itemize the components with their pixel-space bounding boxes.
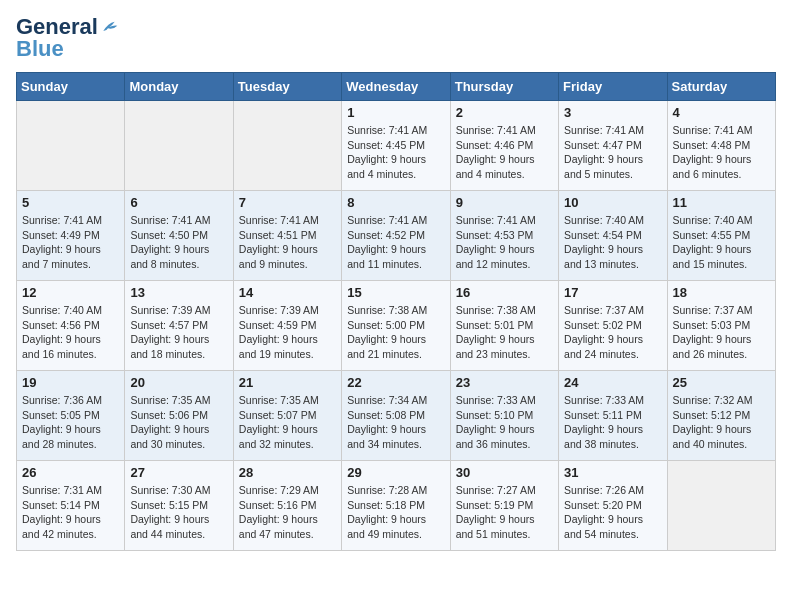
day-number: 17 [564, 285, 661, 300]
day-number: 15 [347, 285, 444, 300]
calendar-week-3: 12Sunrise: 7:40 AM Sunset: 4:56 PM Dayli… [17, 281, 776, 371]
day-detail: Sunrise: 7:36 AM Sunset: 5:05 PM Dayligh… [22, 393, 119, 452]
calendar-cell: 10Sunrise: 7:40 AM Sunset: 4:54 PM Dayli… [559, 191, 667, 281]
calendar-cell: 27Sunrise: 7:30 AM Sunset: 5:15 PM Dayli… [125, 461, 233, 551]
day-detail: Sunrise: 7:41 AM Sunset: 4:50 PM Dayligh… [130, 213, 227, 272]
day-detail: Sunrise: 7:35 AM Sunset: 5:06 PM Dayligh… [130, 393, 227, 452]
day-number: 24 [564, 375, 661, 390]
day-detail: Sunrise: 7:38 AM Sunset: 5:01 PM Dayligh… [456, 303, 553, 362]
day-number: 31 [564, 465, 661, 480]
column-header-thursday: Thursday [450, 73, 558, 101]
calendar-cell: 15Sunrise: 7:38 AM Sunset: 5:00 PM Dayli… [342, 281, 450, 371]
day-number: 3 [564, 105, 661, 120]
day-number: 23 [456, 375, 553, 390]
day-detail: Sunrise: 7:30 AM Sunset: 5:15 PM Dayligh… [130, 483, 227, 542]
calendar-cell: 9Sunrise: 7:41 AM Sunset: 4:53 PM Daylig… [450, 191, 558, 281]
day-detail: Sunrise: 7:41 AM Sunset: 4:46 PM Dayligh… [456, 123, 553, 182]
day-number: 19 [22, 375, 119, 390]
day-detail: Sunrise: 7:26 AM Sunset: 5:20 PM Dayligh… [564, 483, 661, 542]
day-number: 18 [673, 285, 770, 300]
calendar-cell: 22Sunrise: 7:34 AM Sunset: 5:08 PM Dayli… [342, 371, 450, 461]
calendar-cell: 1Sunrise: 7:41 AM Sunset: 4:45 PM Daylig… [342, 101, 450, 191]
calendar-cell [667, 461, 775, 551]
page-header: General Blue [16, 16, 776, 60]
day-detail: Sunrise: 7:40 AM Sunset: 4:54 PM Dayligh… [564, 213, 661, 272]
calendar-cell: 24Sunrise: 7:33 AM Sunset: 5:11 PM Dayli… [559, 371, 667, 461]
calendar-cell: 8Sunrise: 7:41 AM Sunset: 4:52 PM Daylig… [342, 191, 450, 281]
day-number: 13 [130, 285, 227, 300]
calendar-cell: 4Sunrise: 7:41 AM Sunset: 4:48 PM Daylig… [667, 101, 775, 191]
day-detail: Sunrise: 7:41 AM Sunset: 4:45 PM Dayligh… [347, 123, 444, 182]
day-number: 7 [239, 195, 336, 210]
day-number: 2 [456, 105, 553, 120]
day-number: 4 [673, 105, 770, 120]
day-detail: Sunrise: 7:32 AM Sunset: 5:12 PM Dayligh… [673, 393, 770, 452]
calendar-cell: 5Sunrise: 7:41 AM Sunset: 4:49 PM Daylig… [17, 191, 125, 281]
day-number: 29 [347, 465, 444, 480]
calendar-cell: 3Sunrise: 7:41 AM Sunset: 4:47 PM Daylig… [559, 101, 667, 191]
calendar-cell [17, 101, 125, 191]
day-number: 20 [130, 375, 227, 390]
calendar-table: SundayMondayTuesdayWednesdayThursdayFrid… [16, 72, 776, 551]
calendar-cell: 11Sunrise: 7:40 AM Sunset: 4:55 PM Dayli… [667, 191, 775, 281]
day-number: 27 [130, 465, 227, 480]
day-detail: Sunrise: 7:38 AM Sunset: 5:00 PM Dayligh… [347, 303, 444, 362]
calendar-cell: 18Sunrise: 7:37 AM Sunset: 5:03 PM Dayli… [667, 281, 775, 371]
day-detail: Sunrise: 7:41 AM Sunset: 4:52 PM Dayligh… [347, 213, 444, 272]
day-detail: Sunrise: 7:41 AM Sunset: 4:49 PM Dayligh… [22, 213, 119, 272]
day-detail: Sunrise: 7:40 AM Sunset: 4:55 PM Dayligh… [673, 213, 770, 272]
calendar-cell: 2Sunrise: 7:41 AM Sunset: 4:46 PM Daylig… [450, 101, 558, 191]
day-detail: Sunrise: 7:39 AM Sunset: 4:57 PM Dayligh… [130, 303, 227, 362]
day-number: 26 [22, 465, 119, 480]
day-number: 28 [239, 465, 336, 480]
day-detail: Sunrise: 7:31 AM Sunset: 5:14 PM Dayligh… [22, 483, 119, 542]
day-detail: Sunrise: 7:35 AM Sunset: 5:07 PM Dayligh… [239, 393, 336, 452]
logo-blue-text: Blue [16, 38, 120, 60]
day-number: 1 [347, 105, 444, 120]
calendar-cell: 29Sunrise: 7:28 AM Sunset: 5:18 PM Dayli… [342, 461, 450, 551]
day-detail: Sunrise: 7:41 AM Sunset: 4:51 PM Dayligh… [239, 213, 336, 272]
calendar-week-5: 26Sunrise: 7:31 AM Sunset: 5:14 PM Dayli… [17, 461, 776, 551]
calendar-cell: 17Sunrise: 7:37 AM Sunset: 5:02 PM Dayli… [559, 281, 667, 371]
day-number: 30 [456, 465, 553, 480]
calendar-cell: 25Sunrise: 7:32 AM Sunset: 5:12 PM Dayli… [667, 371, 775, 461]
calendar-cell: 14Sunrise: 7:39 AM Sunset: 4:59 PM Dayli… [233, 281, 341, 371]
calendar-cell: 7Sunrise: 7:41 AM Sunset: 4:51 PM Daylig… [233, 191, 341, 281]
calendar-week-2: 5Sunrise: 7:41 AM Sunset: 4:49 PM Daylig… [17, 191, 776, 281]
day-number: 16 [456, 285, 553, 300]
calendar-cell: 26Sunrise: 7:31 AM Sunset: 5:14 PM Dayli… [17, 461, 125, 551]
column-header-tuesday: Tuesday [233, 73, 341, 101]
column-header-sunday: Sunday [17, 73, 125, 101]
day-detail: Sunrise: 7:41 AM Sunset: 4:53 PM Dayligh… [456, 213, 553, 272]
calendar-cell [233, 101, 341, 191]
calendar-cell: 20Sunrise: 7:35 AM Sunset: 5:06 PM Dayli… [125, 371, 233, 461]
day-number: 11 [673, 195, 770, 210]
calendar-cell: 31Sunrise: 7:26 AM Sunset: 5:20 PM Dayli… [559, 461, 667, 551]
day-number: 12 [22, 285, 119, 300]
day-detail: Sunrise: 7:29 AM Sunset: 5:16 PM Dayligh… [239, 483, 336, 542]
day-detail: Sunrise: 7:41 AM Sunset: 4:47 PM Dayligh… [564, 123, 661, 182]
column-header-monday: Monday [125, 73, 233, 101]
day-number: 14 [239, 285, 336, 300]
column-header-wednesday: Wednesday [342, 73, 450, 101]
day-detail: Sunrise: 7:28 AM Sunset: 5:18 PM Dayligh… [347, 483, 444, 542]
day-detail: Sunrise: 7:34 AM Sunset: 5:08 PM Dayligh… [347, 393, 444, 452]
logo-text: General [16, 16, 98, 38]
calendar-cell: 19Sunrise: 7:36 AM Sunset: 5:05 PM Dayli… [17, 371, 125, 461]
day-number: 5 [22, 195, 119, 210]
day-number: 8 [347, 195, 444, 210]
day-detail: Sunrise: 7:33 AM Sunset: 5:11 PM Dayligh… [564, 393, 661, 452]
day-detail: Sunrise: 7:41 AM Sunset: 4:48 PM Dayligh… [673, 123, 770, 182]
calendar-cell: 12Sunrise: 7:40 AM Sunset: 4:56 PM Dayli… [17, 281, 125, 371]
calendar-cell: 16Sunrise: 7:38 AM Sunset: 5:01 PM Dayli… [450, 281, 558, 371]
calendar-cell: 21Sunrise: 7:35 AM Sunset: 5:07 PM Dayli… [233, 371, 341, 461]
day-number: 22 [347, 375, 444, 390]
day-detail: Sunrise: 7:39 AM Sunset: 4:59 PM Dayligh… [239, 303, 336, 362]
day-detail: Sunrise: 7:27 AM Sunset: 5:19 PM Dayligh… [456, 483, 553, 542]
calendar-cell: 28Sunrise: 7:29 AM Sunset: 5:16 PM Dayli… [233, 461, 341, 551]
calendar-week-4: 19Sunrise: 7:36 AM Sunset: 5:05 PM Dayli… [17, 371, 776, 461]
column-header-saturday: Saturday [667, 73, 775, 101]
day-number: 25 [673, 375, 770, 390]
calendar-cell: 13Sunrise: 7:39 AM Sunset: 4:57 PM Dayli… [125, 281, 233, 371]
day-number: 10 [564, 195, 661, 210]
